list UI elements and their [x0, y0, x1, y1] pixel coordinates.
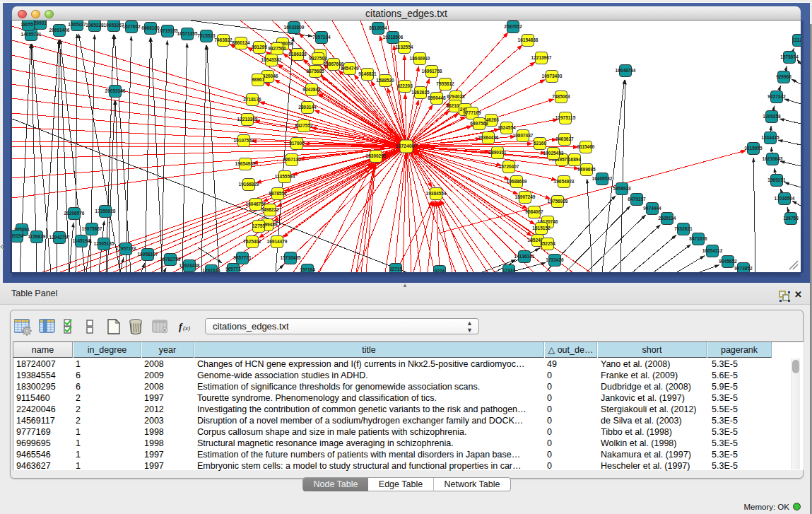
svg-text:17359928: 17359928 — [95, 209, 116, 214]
svg-text:9146821: 9146821 — [358, 71, 377, 76]
svg-text:7515523: 7515523 — [197, 33, 216, 38]
svg-text:929966: 929966 — [776, 74, 792, 79]
svg-text:8427552: 8427552 — [295, 123, 313, 128]
svg-text:2087652: 2087652 — [504, 24, 522, 29]
svg-text:9473852: 9473852 — [734, 266, 753, 271]
svg-text:6794028: 6794028 — [447, 94, 465, 99]
svg-text:20206576: 20206576 — [64, 211, 85, 216]
svg-text:8186328: 8186328 — [288, 52, 307, 57]
svg-text:10688609: 10688609 — [507, 179, 527, 184]
svg-text:39154: 39154 — [12, 233, 23, 238]
svg-text:8454749: 8454749 — [341, 66, 359, 71]
svg-text:(x): (x) — [183, 325, 190, 332]
svg-text:16782759: 16782759 — [160, 257, 181, 262]
svg-text:852254: 852254 — [540, 241, 555, 246]
svg-text:12755: 12755 — [252, 223, 265, 228]
svg-text:5498222: 5498222 — [261, 207, 279, 212]
svg-text:19654923: 19654923 — [554, 179, 575, 184]
svg-text:16046756: 16046756 — [246, 201, 266, 206]
svg-text:16154838: 16154838 — [518, 37, 539, 42]
svg-text:19975867: 19975867 — [82, 226, 102, 231]
svg-text:9245652: 9245652 — [719, 259, 737, 264]
svg-text:1527602: 1527602 — [122, 24, 141, 29]
svg-text:891295: 891295 — [252, 45, 267, 49]
svg-text:965771: 965771 — [225, 267, 241, 271]
svg-text:9474444: 9474444 — [643, 206, 661, 211]
svg-text:8990448: 8990448 — [428, 95, 446, 100]
svg-text:16033809: 16033809 — [284, 25, 305, 30]
svg-text:9875685: 9875685 — [306, 69, 324, 74]
svg-text:17016504: 17016504 — [775, 196, 795, 201]
svg-text:18724007: 18724007 — [395, 144, 417, 148]
svg-text:2935114: 2935114 — [659, 216, 676, 221]
svg-text:7463822: 7463822 — [214, 37, 233, 42]
svg-text:1575074: 1575074 — [780, 54, 799, 59]
svg-text:8267130: 8267130 — [283, 157, 301, 162]
svg-text:15720407: 15720407 — [499, 164, 519, 169]
svg-text:12942757: 12942757 — [49, 235, 70, 240]
svg-text:9115460: 9115460 — [577, 144, 595, 149]
svg-text:12213967: 12213967 — [531, 55, 552, 60]
svg-text:1733426: 1733426 — [546, 257, 564, 262]
svg-text:10543382: 10543382 — [261, 57, 282, 62]
svg-text:7485063: 7485063 — [552, 94, 570, 99]
svg-text:2718176: 2718176 — [243, 97, 261, 102]
svg-text:16210643: 16210643 — [763, 156, 783, 161]
svg-text:1156829: 1156829 — [28, 234, 46, 239]
svg-text:7625402: 7625402 — [243, 239, 261, 244]
svg-text:1065327: 1065327 — [68, 22, 86, 27]
svg-text:16961758: 16961758 — [422, 69, 442, 74]
svg-text:8471676: 8471676 — [689, 236, 707, 241]
svg-text:14136141: 14136141 — [514, 254, 535, 259]
svg-text:16648784: 16648784 — [616, 68, 636, 73]
svg-text:5958923: 5958923 — [613, 186, 631, 191]
svg-text:157164: 157164 — [300, 267, 315, 272]
svg-text:19166829: 19166829 — [239, 182, 259, 187]
svg-text:14055721: 14055721 — [21, 32, 42, 37]
svg-text:20053346: 20053346 — [105, 88, 126, 93]
svg-text:9657771: 9657771 — [233, 255, 252, 260]
svg-text:18300295: 18300295 — [366, 153, 387, 158]
svg-text:32715: 32715 — [389, 267, 402, 271]
svg-text:16914479: 16914479 — [267, 239, 288, 244]
svg-text:10653267: 10653267 — [104, 23, 124, 28]
svg-text:62160: 62160 — [534, 141, 546, 146]
svg-text:9242848: 9242848 — [302, 87, 321, 92]
svg-text:8878552: 8878552 — [269, 191, 287, 196]
svg-text:11123: 11123 — [792, 37, 801, 42]
svg-text:16894: 16894 — [568, 157, 581, 162]
svg-text:12213369: 12213369 — [237, 117, 258, 122]
svg-text:7632621: 7632621 — [674, 226, 693, 231]
svg-text:126753: 126753 — [783, 216, 799, 221]
svg-text:12923448: 12923448 — [180, 263, 200, 268]
svg-text:18907249: 18907249 — [515, 194, 536, 199]
svg-text:1890311: 1890311 — [489, 150, 507, 155]
svg-text:10973493: 10973493 — [542, 74, 563, 78]
svg-text:9227342: 9227342 — [767, 94, 786, 99]
svg-text:12975115: 12975115 — [555, 115, 576, 120]
svg-text:18640910: 18640910 — [410, 56, 430, 61]
svg-text:16409532: 16409532 — [592, 176, 613, 181]
svg-text:1065328: 1065328 — [86, 23, 104, 28]
svg-text:2803144: 2803144 — [298, 105, 317, 110]
svg-text:1615152: 1615152 — [532, 226, 551, 230]
svg-text:3215955: 3215955 — [744, 146, 763, 151]
svg-text:9463627: 9463627 — [555, 136, 574, 141]
svg-text:9777169: 9777169 — [463, 110, 481, 115]
svg-text:16571355: 16571355 — [177, 31, 198, 36]
svg-text:817006: 817006 — [289, 141, 305, 146]
svg-text:1292344: 1292344 — [202, 268, 220, 272]
svg-text:20931: 20931 — [34, 21, 47, 25]
svg-text:6479197: 6479197 — [628, 197, 646, 201]
svg-text:9224: 9224 — [435, 269, 445, 272]
svg-text:19654985: 19654985 — [235, 161, 256, 166]
svg-text:822203: 822203 — [397, 83, 413, 88]
svg-text:98967: 98967 — [252, 77, 264, 82]
svg-text:19756928: 19756928 — [548, 199, 568, 204]
svg-text:1588520: 1588520 — [376, 78, 394, 83]
svg-text:10025453: 10025453 — [543, 151, 564, 156]
svg-text:19218506: 19218506 — [383, 35, 404, 40]
svg-text:9699695: 9699695 — [577, 167, 596, 172]
svg-text:10719155: 10719155 — [158, 28, 178, 33]
svg-text:7357224: 7357224 — [312, 35, 331, 40]
